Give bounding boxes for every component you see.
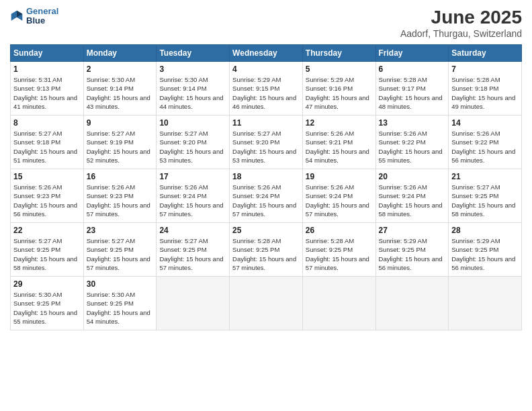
table-cell: 9 Sunrise: 5:27 AM Sunset: 9:19 PM Dayli… (83, 116, 157, 169)
table-cell: 24 Sunrise: 5:27 AM Sunset: 9:25 PM Dayl… (157, 223, 230, 277)
day-info: Sunrise: 5:26 AM Sunset: 9:24 PM Dayligh… (306, 183, 373, 218)
table-cell: 6 Sunrise: 5:28 AM Sunset: 9:17 PM Dayli… (375, 62, 449, 116)
month-title: June 2025 (400, 7, 522, 28)
day-info: Sunrise: 5:27 AM Sunset: 9:25 PM Dayligh… (13, 236, 81, 272)
day-number: 5 (306, 64, 373, 74)
day-number: 14 (451, 118, 519, 128)
day-number: 9 (87, 118, 154, 128)
day-number: 18 (232, 172, 300, 181)
col-tuesday: Tuesday (157, 45, 230, 62)
day-info: Sunrise: 5:31 AM Sunset: 9:13 PM Dayligh… (13, 75, 81, 111)
day-number: 16 (87, 172, 154, 181)
day-info: Sunrise: 5:26 AM Sunset: 9:24 PM Dayligh… (232, 183, 300, 218)
day-info: Sunrise: 5:26 AM Sunset: 9:21 PM Dayligh… (306, 129, 373, 165)
day-number: 1 (13, 64, 81, 74)
day-info: Sunrise: 5:27 AM Sunset: 9:25 PM Dayligh… (159, 236, 226, 272)
calendar-table: Sunday Monday Tuesday Wednesday Thursday… (10, 44, 522, 330)
table-cell: 23 Sunrise: 5:27 AM Sunset: 9:25 PM Dayl… (83, 223, 157, 277)
day-number: 26 (306, 226, 373, 235)
calendar-header-row: Sunday Monday Tuesday Wednesday Thursday… (11, 45, 522, 62)
day-info: Sunrise: 5:29 AM Sunset: 9:25 PM Dayligh… (451, 236, 519, 272)
day-number: 20 (379, 172, 446, 181)
header: General Blue June 2025 Aadorf, Thurgau, … (10, 7, 522, 39)
day-number: 10 (159, 118, 226, 128)
table-cell: 18 Sunrise: 5:26 AM Sunset: 9:24 PM Dayl… (230, 169, 303, 223)
day-info: Sunrise: 5:29 AM Sunset: 9:15 PM Dayligh… (232, 75, 300, 111)
table-cell: 26 Sunrise: 5:28 AM Sunset: 9:25 PM Dayl… (302, 223, 375, 277)
day-number: 6 (379, 64, 446, 74)
table-cell: 11 Sunrise: 5:27 AM Sunset: 9:20 PM Dayl… (230, 116, 303, 169)
table-cell: 10 Sunrise: 5:27 AM Sunset: 9:20 PM Dayl… (157, 116, 230, 169)
table-cell: 17 Sunrise: 5:26 AM Sunset: 9:24 PM Dayl… (157, 169, 230, 223)
table-cell: 2 Sunrise: 5:30 AM Sunset: 9:14 PM Dayli… (83, 62, 157, 116)
day-number: 27 (379, 226, 446, 235)
day-number: 12 (306, 118, 373, 128)
day-number: 17 (159, 172, 226, 181)
day-number: 13 (379, 118, 446, 128)
logo-text: General Blue (26, 7, 58, 26)
table-cell: 30 Sunrise: 5:30 AM Sunset: 9:25 PM Dayl… (83, 277, 157, 330)
table-cell: 25 Sunrise: 5:28 AM Sunset: 9:25 PM Dayl… (230, 223, 303, 277)
title-area: June 2025 Aadorf, Thurgau, Switzerland (400, 7, 522, 39)
day-number: 28 (451, 226, 519, 235)
day-info: Sunrise: 5:28 AM Sunset: 9:25 PM Dayligh… (306, 236, 373, 272)
table-cell: 21 Sunrise: 5:27 AM Sunset: 9:25 PM Dayl… (449, 169, 522, 223)
col-thursday: Thursday (302, 45, 375, 62)
day-number: 21 (451, 172, 519, 181)
table-cell (302, 277, 375, 330)
day-info: Sunrise: 5:26 AM Sunset: 9:22 PM Dayligh… (451, 129, 519, 165)
table-cell: 13 Sunrise: 5:26 AM Sunset: 9:22 PM Dayl… (375, 116, 449, 169)
day-number: 29 (13, 279, 81, 289)
table-cell (230, 277, 303, 330)
day-info: Sunrise: 5:30 AM Sunset: 9:14 PM Dayligh… (159, 75, 226, 111)
day-info: Sunrise: 5:26 AM Sunset: 9:24 PM Dayligh… (379, 183, 446, 218)
day-number: 3 (159, 64, 226, 74)
col-monday: Monday (83, 45, 157, 62)
logo: General Blue (10, 7, 58, 26)
day-info: Sunrise: 5:28 AM Sunset: 9:18 PM Dayligh… (451, 75, 519, 111)
day-number: 11 (232, 118, 300, 128)
day-info: Sunrise: 5:27 AM Sunset: 9:25 PM Dayligh… (451, 183, 519, 218)
table-cell (375, 277, 449, 330)
day-info: Sunrise: 5:26 AM Sunset: 9:24 PM Dayligh… (159, 183, 226, 218)
day-info: Sunrise: 5:29 AM Sunset: 9:16 PM Dayligh… (306, 75, 373, 111)
table-cell: 14 Sunrise: 5:26 AM Sunset: 9:22 PM Dayl… (449, 116, 522, 169)
day-number: 24 (159, 226, 226, 235)
location: Aadorf, Thurgau, Switzerland (400, 28, 522, 39)
day-info: Sunrise: 5:26 AM Sunset: 9:23 PM Dayligh… (13, 183, 81, 218)
table-cell: 15 Sunrise: 5:26 AM Sunset: 9:23 PM Dayl… (11, 169, 84, 223)
table-cell: 5 Sunrise: 5:29 AM Sunset: 9:16 PM Dayli… (302, 62, 375, 116)
table-cell: 22 Sunrise: 5:27 AM Sunset: 9:25 PM Dayl… (11, 223, 84, 277)
col-friday: Friday (375, 45, 449, 62)
day-number: 4 (232, 64, 300, 74)
table-cell: 12 Sunrise: 5:26 AM Sunset: 9:21 PM Dayl… (302, 116, 375, 169)
day-info: Sunrise: 5:27 AM Sunset: 9:18 PM Dayligh… (13, 129, 81, 165)
col-saturday: Saturday (449, 45, 522, 62)
day-info: Sunrise: 5:30 AM Sunset: 9:14 PM Dayligh… (87, 75, 154, 111)
day-number: 25 (232, 226, 300, 235)
table-cell: 8 Sunrise: 5:27 AM Sunset: 9:18 PM Dayli… (11, 116, 84, 169)
table-cell: 3 Sunrise: 5:30 AM Sunset: 9:14 PM Dayli… (157, 62, 230, 116)
day-number: 30 (87, 279, 154, 289)
table-cell: 28 Sunrise: 5:29 AM Sunset: 9:25 PM Dayl… (449, 223, 522, 277)
table-cell: 27 Sunrise: 5:29 AM Sunset: 9:25 PM Dayl… (375, 223, 449, 277)
generalblue-logo-icon (10, 9, 24, 23)
day-info: Sunrise: 5:28 AM Sunset: 9:25 PM Dayligh… (232, 236, 300, 272)
col-sunday: Sunday (11, 45, 84, 62)
logo-line1: General (26, 7, 58, 16)
day-number: 2 (87, 64, 154, 74)
day-info: Sunrise: 5:27 AM Sunset: 9:19 PM Dayligh… (87, 129, 154, 165)
day-number: 15 (13, 172, 81, 181)
table-cell: 20 Sunrise: 5:26 AM Sunset: 9:24 PM Dayl… (375, 169, 449, 223)
day-info: Sunrise: 5:30 AM Sunset: 9:25 PM Dayligh… (13, 290, 81, 326)
table-cell: 16 Sunrise: 5:26 AM Sunset: 9:23 PM Dayl… (83, 169, 157, 223)
table-cell: 29 Sunrise: 5:30 AM Sunset: 9:25 PM Dayl… (11, 277, 84, 330)
day-info: Sunrise: 5:26 AM Sunset: 9:23 PM Dayligh… (87, 183, 154, 218)
day-info: Sunrise: 5:27 AM Sunset: 9:20 PM Dayligh… (159, 129, 226, 165)
day-number: 22 (13, 226, 81, 235)
table-cell: 4 Sunrise: 5:29 AM Sunset: 9:15 PM Dayli… (230, 62, 303, 116)
table-cell: 1 Sunrise: 5:31 AM Sunset: 9:13 PM Dayli… (11, 62, 84, 116)
logo-line2: Blue (26, 16, 58, 26)
col-wednesday: Wednesday (230, 45, 303, 62)
page: General Blue June 2025 Aadorf, Thurgau, … (0, 0, 532, 411)
